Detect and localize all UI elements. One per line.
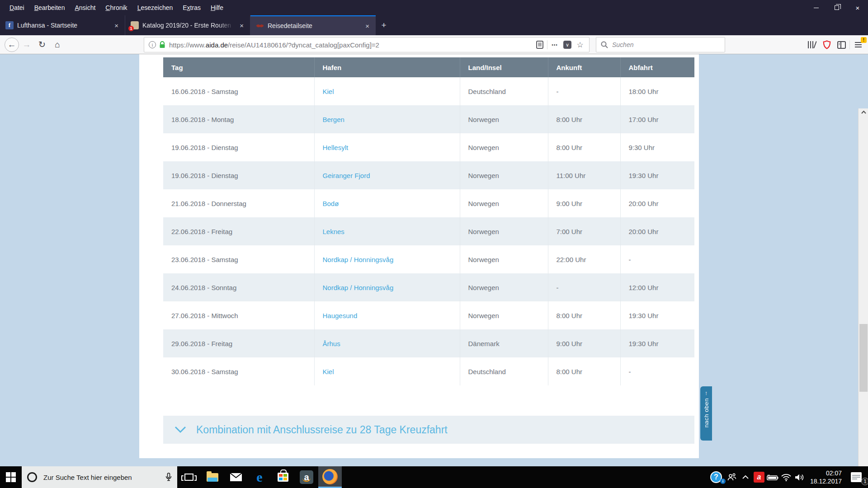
port-link[interactable]: Århus	[314, 329, 460, 357]
table-row: 24.06.2018 - SonntagNordkap / Honningsvå…	[163, 273, 694, 301]
speaker-icon	[795, 474, 805, 481]
port-link[interactable]: Hellesylt	[314, 133, 460, 161]
port-link[interactable]: Nordkap / Honningsvåg	[314, 245, 460, 273]
people-icon	[727, 473, 736, 481]
port-link[interactable]: Nordkap / Honningsvåg	[314, 273, 460, 301]
tray-overflow-button[interactable]	[739, 466, 752, 488]
site-info-icon[interactable]: i	[149, 41, 156, 48]
table-row: 30.06.2018 - SamstagKielDeutschland8:00 …	[163, 357, 694, 385]
microphone-icon[interactable]	[165, 473, 172, 482]
table-row: 19.06.2018 - DienstagHellesyltNorwegen8:…	[163, 133, 694, 161]
tab-title: Katalog 2019/20 - Erste Routen	[142, 22, 234, 29]
navigation-toolbar: ← → ↻ ⌂ i https://www.aida.de/reise/AU14…	[0, 35, 868, 54]
port-link[interactable]: Haugesund	[314, 301, 460, 329]
restore-button[interactable]	[826, 0, 847, 15]
reload-button[interactable]: ↻	[34, 37, 50, 52]
cell-country: Deutschland	[460, 357, 548, 385]
port-link[interactable]: Leknes	[314, 217, 460, 245]
tab-badge: 1	[128, 26, 134, 31]
port-link[interactable]: Geiranger Fjord	[314, 161, 460, 189]
help-tray-button[interactable]: ?	[707, 466, 725, 488]
cell-country: Norwegen	[460, 301, 548, 329]
task-view-button[interactable]	[177, 466, 201, 488]
search-placeholder: Suchen	[612, 41, 633, 48]
store-button[interactable]	[271, 466, 295, 488]
library-button[interactable]	[805, 38, 820, 52]
table-row: 23.06.2018 - SamstagNordkap / Honningsvå…	[163, 245, 694, 273]
battery-tray-button[interactable]	[766, 466, 779, 488]
cell-arrival: 9:00 Uhr	[548, 189, 620, 217]
port-link[interactable]: Kiel	[314, 357, 460, 385]
action-center-button[interactable]: 1	[846, 466, 866, 488]
cell-day: 19.06.2018 - Dienstag	[163, 161, 314, 189]
back-button[interactable]: ←	[5, 38, 19, 52]
cell-departure: 18:00 Uhr	[620, 77, 694, 105]
page-actions-button[interactable]: •••	[548, 38, 561, 51]
task-view-icon	[184, 474, 193, 481]
facebook-favicon: f	[5, 21, 14, 29]
forward-button[interactable]: →	[19, 37, 34, 52]
tab-lufthansa-startseite[interactable]: fLufthansa - Startseite×	[0, 15, 125, 35]
cell-country: Deutschland	[460, 77, 548, 105]
folder-icon	[207, 473, 218, 482]
cell-arrival: 8:00 Uhr	[548, 357, 620, 385]
close-button[interactable]: ×	[847, 0, 868, 15]
menu-hilfe[interactable]: Hilfe	[206, 2, 228, 13]
tracking-protection-button[interactable]	[820, 38, 834, 52]
sidebar-button[interactable]	[834, 38, 849, 52]
combination-accordion[interactable]: Kombination mit Anschlussreise zu 28 Tag…	[163, 416, 694, 444]
file-explorer-button[interactable]	[201, 466, 224, 488]
cell-country: Norwegen	[460, 189, 548, 217]
tab-close-button[interactable]: ×	[363, 21, 372, 31]
cell-arrival: 7:00 Uhr	[548, 217, 620, 245]
people-tray-button[interactable]	[725, 466, 739, 488]
mail-button[interactable]	[224, 466, 248, 488]
port-link[interactable]: Bergen	[314, 105, 460, 133]
taskbar-clock[interactable]: 02:07 18.12.2017	[810, 469, 842, 485]
tab-katalog-2019-20-erste-routen[interactable]: 1Katalog 2019/20 - Erste Routen×	[125, 15, 250, 35]
pocket-button[interactable]: ∨	[561, 38, 574, 51]
menu-bearbeiten[interactable]: Bearbeiten	[29, 2, 70, 13]
page-viewport: TagHafenLand/InselAnkunftAbfahrt 16.06.2…	[0, 54, 868, 466]
table-row: 21.06.2018 - DonnerstagBodøNorwegen9:00 …	[163, 189, 694, 217]
menu-chronik[interactable]: Chronik	[100, 2, 132, 13]
cortana-search-box[interactable]: Zur Suche Text hier eingeben	[22, 466, 177, 488]
menu-ansicht[interactable]: Ansicht	[70, 2, 100, 13]
scroll-up-arrow[interactable]	[859, 108, 868, 116]
scrollbar-thumb[interactable]	[859, 324, 868, 392]
back-to-top-button[interactable]: ↑ nach oben	[700, 386, 712, 441]
column-header-hafen: Hafen	[314, 57, 460, 77]
search-bar[interactable]: Suchen	[596, 37, 725, 52]
network-tray-button[interactable]	[779, 466, 793, 488]
tab-close-button[interactable]: ×	[112, 21, 121, 30]
volume-tray-button[interactable]	[793, 466, 807, 488]
bookmark-star-button[interactable]: ☆	[574, 38, 586, 51]
minimize-button[interactable]	[806, 0, 826, 15]
minimize-icon	[814, 8, 819, 8]
app-menu-button[interactable]: !	[851, 38, 865, 52]
menu-lesezeichen[interactable]: Lesezeichen	[132, 2, 178, 13]
start-button[interactable]	[0, 466, 22, 488]
tab-reisedetailseite[interactable]: Reisedetailseite×	[250, 15, 376, 35]
avira-tray-button[interactable]: a	[752, 466, 766, 488]
browser-menubar: DateiBearbeitenAnsichtChronikLesezeichen…	[0, 0, 868, 15]
amazon-button[interactable]: a	[295, 466, 318, 488]
menu-datei[interactable]: Datei	[5, 2, 29, 13]
reader-mode-button[interactable]	[533, 38, 546, 51]
home-button[interactable]: ⌂	[50, 37, 65, 52]
menu-extras[interactable]: Extras	[178, 2, 206, 13]
tab-close-button[interactable]: ×	[237, 21, 246, 30]
port-link[interactable]: Kiel	[314, 77, 460, 105]
vertical-scrollbar[interactable]	[858, 108, 868, 488]
reader-mode-icon	[536, 41, 543, 49]
cell-departure: 20:00 Uhr	[620, 217, 694, 245]
clock-time: 02:07	[810, 469, 842, 477]
firefox-button[interactable]	[318, 466, 342, 488]
port-link[interactable]: Bodø	[314, 189, 460, 217]
new-tab-button[interactable]: +	[376, 15, 392, 35]
cell-arrival: 9:00 Uhr	[548, 329, 620, 357]
battery-icon	[767, 474, 778, 480]
url-bar[interactable]: i https://www.aida.de/reise/AU14180616/?…	[144, 37, 590, 52]
tab-title: Lufthansa - Startseite	[17, 22, 109, 29]
edge-button[interactable]: e	[248, 466, 271, 488]
